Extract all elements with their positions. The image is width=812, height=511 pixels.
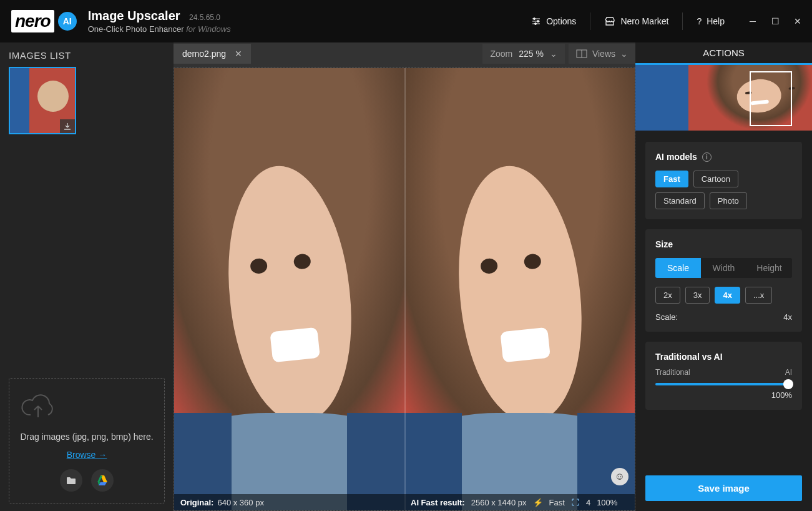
ai-models-heading: AI models: [655, 152, 697, 162]
actions-heading: ACTIONS: [635, 42, 812, 65]
ai-badge-icon: AI: [58, 12, 77, 31]
images-sidebar: IMAGES LIST Drag images (jpg, png, bmp) …: [0, 42, 174, 511]
views-label: Views: [592, 49, 615, 59]
original-label: Original:: [180, 498, 213, 507]
maximize-button[interactable]: ☐: [771, 16, 780, 26]
svg-point-2: [535, 23, 537, 25]
viewport-indicator[interactable]: [750, 71, 792, 126]
tvai-left-label: Traditional: [655, 368, 690, 377]
result-dims: 2560 x 1440 px: [471, 498, 527, 507]
dropzone[interactable]: Drag images (jpg, png, bmp) here. Browse…: [9, 378, 165, 504]
zoom-value: 225 %: [519, 49, 544, 59]
size-tab-scale[interactable]: Scale: [655, 258, 701, 278]
save-image-button[interactable]: Save image: [645, 475, 802, 501]
svg-point-0: [534, 18, 536, 20]
model-chip-cartoon[interactable]: Cartoon: [693, 171, 738, 187]
download-thumb-button[interactable]: [60, 119, 75, 133]
scale-chip-x[interactable]: ...x: [745, 287, 772, 304]
file-tab-label: demo2.png: [182, 49, 226, 59]
nero-logo: nero: [11, 10, 54, 32]
result-mode: Fast: [549, 498, 565, 507]
traditional-vs-ai-group: Traditional vs AI Traditional AI 100%: [645, 342, 802, 410]
file-tab[interactable]: demo2.png ✕: [174, 44, 251, 64]
comparison-canvas[interactable]: ☺ Original: 640 x 360 px AI Fast result:…: [174, 67, 635, 511]
tvai-slider[interactable]: [655, 383, 792, 385]
views-control[interactable]: Views ⌄: [569, 44, 635, 64]
result-pct: 100%: [597, 498, 617, 507]
tvai-percent: 100%: [655, 390, 792, 400]
browse-link[interactable]: Browse →: [67, 450, 107, 460]
app-subtitle-suffix: for Windows: [186, 24, 230, 34]
size-tab-height[interactable]: Height: [746, 258, 792, 278]
size-tab-width[interactable]: Width: [701, 258, 746, 278]
app-subtitle: One-Click Photo Enhancer: [88, 24, 184, 34]
options-button[interactable]: Options: [520, 11, 587, 31]
tab-close-button[interactable]: ✕: [235, 49, 242, 59]
image-thumbnail[interactable]: [9, 67, 76, 134]
tvai-right-label: AI: [785, 368, 792, 377]
cloud-upload-icon: [18, 392, 155, 422]
help-button[interactable]: ? Help: [685, 11, 736, 31]
app-version: 24.5.65.0: [189, 13, 220, 22]
ai-models-group: AI modelsi FastCartoonStandardPhoto: [645, 142, 802, 219]
minimize-button[interactable]: ─: [748, 16, 757, 26]
app-title: Image Upscaler: [88, 9, 180, 23]
images-list-heading: IMAGES LIST: [9, 50, 165, 61]
folder-icon: [66, 476, 76, 485]
svg-point-1: [537, 21, 539, 22]
help-label: Help: [707, 16, 725, 26]
editor-center: demo2.png ✕ Zoom 225 % ⌄ Views ⌄ ☺ Origi…: [174, 42, 635, 511]
sliders-icon: [531, 16, 541, 26]
scale-chip-4x[interactable]: 4x: [715, 287, 740, 304]
result-label: AI Fast result:: [411, 498, 465, 507]
folder-button[interactable]: [60, 469, 82, 492]
compare-divider[interactable]: [404, 68, 406, 510]
titlebar: nero AI Image Upscaler 24.5.65.0 One-Cli…: [0, 0, 812, 42]
scale-chip-3x[interactable]: 3x: [685, 287, 710, 304]
scale-key: Scale:: [655, 312, 678, 322]
market-label: Nero Market: [620, 16, 668, 26]
size-heading: Size: [655, 239, 792, 249]
scale-value: 4x: [783, 312, 792, 322]
model-chip-fast[interactable]: Fast: [655, 171, 688, 187]
chevron-down-icon: ⌄: [620, 49, 628, 59]
question-icon: ?: [697, 16, 702, 26]
options-label: Options: [546, 16, 576, 26]
result-scale: 4: [586, 498, 590, 507]
scale-chip-2x[interactable]: 2x: [655, 287, 680, 304]
model-chip-photo[interactable]: Photo: [710, 192, 747, 209]
slider-thumb[interactable]: [783, 379, 793, 389]
bolt-icon: ⚡: [533, 498, 543, 507]
chevron-down-icon: ⌄: [550, 49, 557, 59]
tvai-heading: Traditional vs AI: [655, 352, 792, 362]
gdrive-icon: [97, 475, 108, 485]
download-icon: [63, 122, 72, 131]
info-icon[interactable]: i: [702, 152, 712, 162]
navigator-preview[interactable]: [635, 65, 812, 131]
size-group: Size ScaleWidthHeight 2x3x4x...x Scale: …: [645, 229, 802, 332]
face-detect-button[interactable]: ☺: [611, 468, 629, 485]
zoom-label: Zoom: [490, 49, 512, 59]
expand-icon: [571, 498, 580, 507]
model-chip-standard[interactable]: Standard: [655, 192, 705, 209]
split-view-icon: [576, 49, 587, 58]
zoom-control[interactable]: Zoom 225 % ⌄: [482, 44, 565, 64]
gdrive-button[interactable]: [91, 469, 114, 492]
market-icon: [604, 16, 615, 26]
actions-panel: ACTIONS AI modelsi FastCartoonStandardPh…: [635, 42, 812, 511]
original-dims: 640 x 360 px: [217, 498, 263, 507]
dropzone-text: Drag images (jpg, png, bmp) here.: [18, 430, 155, 444]
market-button[interactable]: Nero Market: [593, 11, 680, 31]
close-button[interactable]: ✕: [793, 16, 802, 26]
